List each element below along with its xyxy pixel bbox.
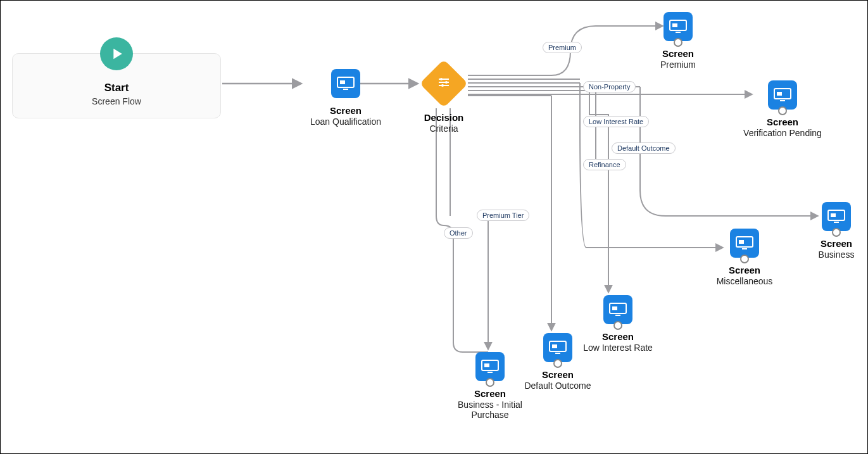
connector-ring-icon [740, 255, 749, 263]
connector-ring-icon [778, 106, 787, 115]
play-icon [100, 37, 133, 70]
node-verification-pending[interactable]: Screen Verification Pending [732, 80, 833, 138]
node-subtitle: Business - Initial Purchase [439, 400, 541, 420]
screen-icon [331, 69, 360, 98]
svg-rect-28 [612, 306, 617, 310]
node-subtitle: Business [798, 249, 868, 260]
node-title: Screen [732, 117, 833, 127]
screen-icon [603, 295, 632, 324]
node-subtitle: Loan Qualification [289, 117, 403, 127]
screen-icon [822, 202, 851, 231]
node-subtitle: Verification Pending [732, 128, 833, 138]
node-loan-qualification[interactable]: Screen Loan Qualification [289, 69, 403, 127]
node-subtitle: Criteria [409, 123, 479, 134]
node-decision[interactable]: Decision Criteria [409, 66, 479, 134]
screen-icon [475, 352, 505, 381]
svg-point-12 [440, 78, 443, 80]
node-title: Screen [439, 388, 541, 399]
flow-canvas: Start Screen Flow Screen Loan Qualificat… [0, 0, 868, 454]
node-initial-purchase[interactable]: Screen Business - Initial Purchase [439, 352, 541, 420]
badge-non-property[interactable]: Non-Property [583, 81, 636, 92]
svg-rect-10 [340, 80, 345, 84]
badge-premium[interactable]: Premium [543, 42, 582, 53]
connector-ring-icon [832, 228, 841, 237]
svg-point-14 [441, 84, 444, 87]
svg-rect-16 [672, 23, 677, 27]
node-title: Screen [289, 105, 403, 116]
badge-low-interest[interactable]: Low Interest Rate [583, 116, 649, 127]
screen-icon [543, 333, 572, 362]
svg-rect-22 [831, 213, 836, 217]
svg-rect-9 [337, 77, 354, 87]
svg-rect-18 [774, 89, 791, 99]
screen-icon [664, 12, 693, 41]
svg-rect-34 [484, 363, 489, 367]
node-subtitle: Miscellaneous [700, 276, 789, 286]
start-title: Start [19, 82, 214, 94]
node-title: Screen [634, 48, 722, 59]
decision-icon [420, 60, 468, 108]
node-premium[interactable]: Screen Premium [634, 12, 722, 70]
node-title: Screen [700, 265, 789, 275]
badge-default-outcome[interactable]: Default Outcome [612, 142, 676, 154]
connector-ring-icon [486, 378, 494, 387]
node-miscellaneous[interactable]: Screen Miscellaneous [700, 229, 789, 286]
node-business[interactable]: Screen Business [798, 202, 868, 260]
connector-ring-icon [674, 38, 682, 47]
connector-ring-icon [613, 321, 622, 330]
badge-premium-tier[interactable]: Premium Tier [477, 210, 529, 221]
node-title: Screen [798, 238, 868, 249]
svg-rect-19 [777, 92, 782, 96]
svg-rect-24 [736, 237, 753, 247]
svg-rect-33 [482, 360, 498, 370]
svg-rect-27 [610, 303, 626, 313]
badge-refinance[interactable]: Refinance [583, 159, 626, 170]
svg-rect-30 [550, 341, 566, 351]
screen-icon [730, 229, 759, 258]
svg-rect-21 [828, 210, 845, 220]
svg-point-13 [445, 81, 448, 84]
connector-ring-icon [553, 359, 562, 368]
node-title: Decision [409, 112, 479, 123]
node-subtitle: Premium [634, 60, 722, 70]
start-subtitle: Screen Flow [19, 96, 214, 106]
start-node[interactable]: Start Screen Flow [12, 53, 221, 118]
svg-rect-31 [552, 344, 557, 348]
svg-rect-15 [670, 20, 686, 30]
svg-rect-25 [739, 240, 744, 244]
screen-icon [768, 80, 797, 110]
badge-other[interactable]: Other [444, 227, 473, 239]
